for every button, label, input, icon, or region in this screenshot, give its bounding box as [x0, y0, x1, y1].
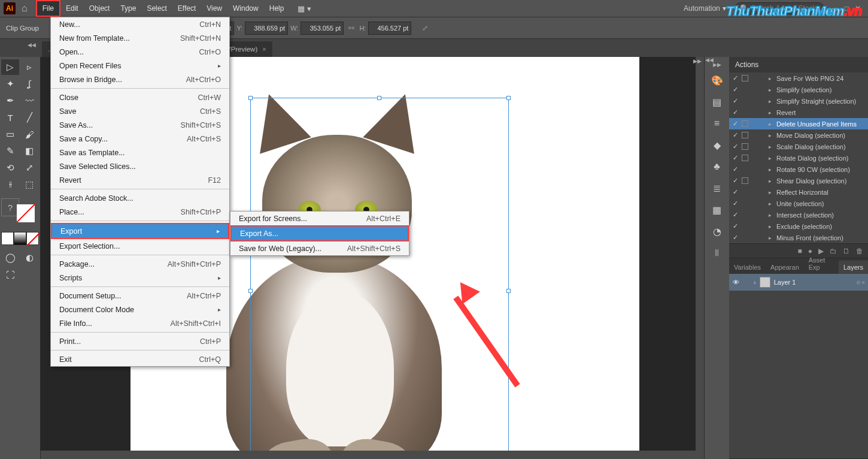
action-row[interactable]: ✓▸Delete Unused Panel Items: [729, 118, 868, 129]
file-menu-item[interactable]: RevertF12: [51, 173, 229, 187]
arrange-documents-icon[interactable]: ▦ ▾: [298, 4, 311, 13]
export-submenu-item[interactable]: Save for Web (Legacy)...Alt+Shift+Ctrl+S: [230, 241, 409, 255]
draw-mode-behind[interactable]: ◐: [20, 250, 38, 265]
file-menu-item[interactable]: Save Selected Slices...: [51, 159, 229, 173]
collapse-dock-icon[interactable]: ▶▶: [713, 62, 721, 68]
rectangle-tool[interactable]: ▭: [1, 126, 19, 142]
file-menu-item[interactable]: Document Color Mode▸: [51, 303, 229, 316]
action-row[interactable]: ✓▸Move Dialog (selection): [729, 129, 868, 141]
link-wh-icon[interactable]: ⚯: [346, 24, 357, 32]
file-menu-item[interactable]: File Info...Alt+Shift+Ctrl+I: [51, 316, 229, 330]
new-action-icon[interactable]: 🗋: [843, 247, 850, 255]
tab-layers[interactable]: Layers: [839, 261, 868, 274]
align-panel-icon[interactable]: ⫴: [708, 244, 726, 262]
file-menu-item[interactable]: Browse in Bridge...Alt+Ctrl+O: [51, 73, 229, 86]
lasso-tool[interactable]: ʆ: [20, 76, 38, 92]
file-menu-item[interactable]: Print...Ctrl+P: [51, 334, 229, 348]
collapse-right-icon[interactable]: ▶▶: [693, 58, 702, 64]
menu-help[interactable]: Help: [264, 0, 290, 17]
menu-file[interactable]: File: [36, 0, 60, 17]
layer-name[interactable]: Layer 1: [774, 279, 796, 286]
paintbrush-tool[interactable]: 🖌: [20, 126, 38, 142]
action-row[interactable]: ✓▸Rotate 90 CW (selection): [729, 164, 868, 175]
gradient-panel-icon[interactable]: ▦: [708, 201, 726, 219]
home-icon[interactable]: ⌂: [22, 3, 28, 14]
libraries-panel-icon[interactable]: ◆: [708, 136, 726, 154]
direct-selection-tool[interactable]: ▹: [20, 59, 38, 75]
menu-object[interactable]: Object: [84, 0, 116, 17]
color-mode-swatches[interactable]: [1, 232, 39, 245]
action-row[interactable]: ✓▸Simplify (selection): [729, 84, 868, 95]
rotate-tool[interactable]: ⟲: [1, 160, 19, 176]
stop-icon[interactable]: ■: [798, 247, 802, 255]
scrollbar-vertical[interactable]: [696, 57, 704, 459]
tab-variables[interactable]: Variables: [729, 261, 766, 274]
type-tool[interactable]: T: [1, 110, 19, 125]
y-input[interactable]: 388.659 pt: [245, 22, 288, 35]
visibility-icon[interactable]: 👁: [733, 279, 739, 286]
scale-tool[interactable]: ⤢: [20, 160, 38, 176]
delete-icon[interactable]: 🗑: [856, 247, 863, 255]
line-tool[interactable]: ╱: [20, 110, 38, 125]
layer-row[interactable]: 👁 › Layer 1 ○ ▫: [729, 274, 868, 291]
menu-type[interactable]: Type: [115, 0, 141, 17]
tab-asset-export[interactable]: Asset Exp: [804, 253, 839, 274]
menu-edit[interactable]: Edit: [60, 0, 84, 17]
free-transform-tool[interactable]: ⬚: [20, 177, 38, 192]
symbols-panel-icon[interactable]: ♣: [708, 158, 726, 176]
action-row[interactable]: ✓▸Unite (selection): [729, 198, 868, 209]
file-menu-item[interactable]: Export▸: [52, 224, 228, 238]
actions-panel-header[interactable]: Actions: [729, 57, 868, 73]
action-row[interactable]: ✓▸Rotate Dialog (selection): [729, 152, 868, 164]
width-tool[interactable]: ⫳: [1, 177, 19, 192]
selection-bounding-box[interactable]: [250, 98, 509, 459]
w-input[interactable]: 353.055 pt: [301, 22, 344, 35]
export-submenu-item[interactable]: Export for Screens...Alt+Ctrl+E: [230, 212, 409, 225]
file-menu-item[interactable]: Open Recent Files▸: [51, 59, 229, 73]
action-row[interactable]: ✓▸Minus Front (selection): [729, 232, 868, 243]
menu-view[interactable]: View: [201, 0, 227, 17]
file-menu-item[interactable]: CloseCtrl+W: [51, 90, 229, 104]
magic-wand-tool[interactable]: ✦: [1, 76, 19, 92]
action-row[interactable]: ✓▸Simplify Straight (selection): [729, 95, 868, 107]
action-row[interactable]: ✓▸Save For Web PNG 24: [729, 73, 868, 84]
stroke-panel-icon[interactable]: ≡: [708, 114, 726, 132]
color-panel-icon[interactable]: 🎨: [708, 71, 726, 89]
pen-tool[interactable]: ✒: [1, 93, 19, 108]
eraser-tool[interactable]: ◧: [20, 143, 38, 159]
file-menu-item[interactable]: Save as Template...: [51, 146, 229, 159]
properties-panel-icon[interactable]: ▤: [708, 93, 726, 111]
workspace-switcher[interactable]: Automation▾: [679, 4, 731, 13]
file-menu-item[interactable]: SaveCtrl+S: [51, 104, 229, 118]
menu-select[interactable]: Select: [141, 0, 172, 17]
file-menu-item[interactable]: Open...Ctrl+O: [51, 45, 229, 59]
action-row[interactable]: ✓▸Reflect Horizontal: [729, 186, 868, 198]
draw-mode-normal[interactable]: ◯: [1, 250, 19, 265]
file-menu-item[interactable]: Document Setup...Alt+Ctrl+P: [51, 289, 229, 303]
file-menu-item[interactable]: Export Selection...: [51, 239, 229, 253]
file-menu-item[interactable]: Search Adobe Stock...: [51, 191, 229, 205]
action-row[interactable]: ✓▸Shear Dialog (selection): [729, 175, 868, 186]
fill-stroke-swatches[interactable]: ?: [1, 198, 39, 222]
file-menu-item[interactable]: ExitCtrl+Q: [51, 352, 229, 366]
action-row[interactable]: ✓▸Exclude (selection): [729, 221, 868, 232]
file-menu-item[interactable]: New from Template...Shift+Ctrl+N: [51, 31, 229, 45]
shaper-tool[interactable]: ✎: [1, 143, 19, 159]
file-menu-item[interactable]: Package...Alt+Shift+Ctrl+P: [51, 257, 229, 271]
collapse-toolbar-icon[interactable]: ◀◀: [28, 42, 36, 48]
selection-tool[interactable]: ▷: [1, 59, 19, 75]
action-row[interactable]: ✓▸Scale Dialog (selection): [729, 141, 868, 152]
file-menu-item[interactable]: Save a Copy...Alt+Ctrl+S: [51, 132, 229, 146]
scrollbar-horizontal[interactable]: [41, 451, 696, 459]
scale-strokes-icon[interactable]: ⤢: [420, 24, 430, 32]
curvature-tool[interactable]: 〰: [20, 93, 38, 108]
menu-effect[interactable]: Effect: [172, 0, 201, 17]
action-row[interactable]: ✓▸Intersect (selection): [729, 209, 868, 221]
transparency-panel-icon[interactable]: ◔: [708, 222, 726, 240]
close-tab-icon[interactable]: ×: [262, 46, 266, 53]
h-input[interactable]: 456.527 pt: [368, 22, 411, 35]
file-menu-item[interactable]: Save As...Shift+Ctrl+S: [51, 118, 229, 132]
file-menu-item[interactable]: Place...Shift+Ctrl+P: [51, 205, 229, 219]
file-menu-item[interactable]: New...Ctrl+N: [51, 17, 229, 31]
action-row[interactable]: ✓▸Revert: [729, 107, 868, 118]
